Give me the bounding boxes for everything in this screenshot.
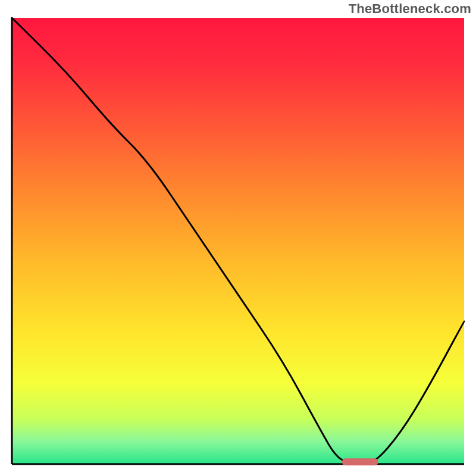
sweet-spot-marker [342, 458, 378, 465]
chart-svg [0, 0, 476, 476]
gradient-background [12, 18, 464, 464]
bottleneck-chart [0, 0, 476, 476]
